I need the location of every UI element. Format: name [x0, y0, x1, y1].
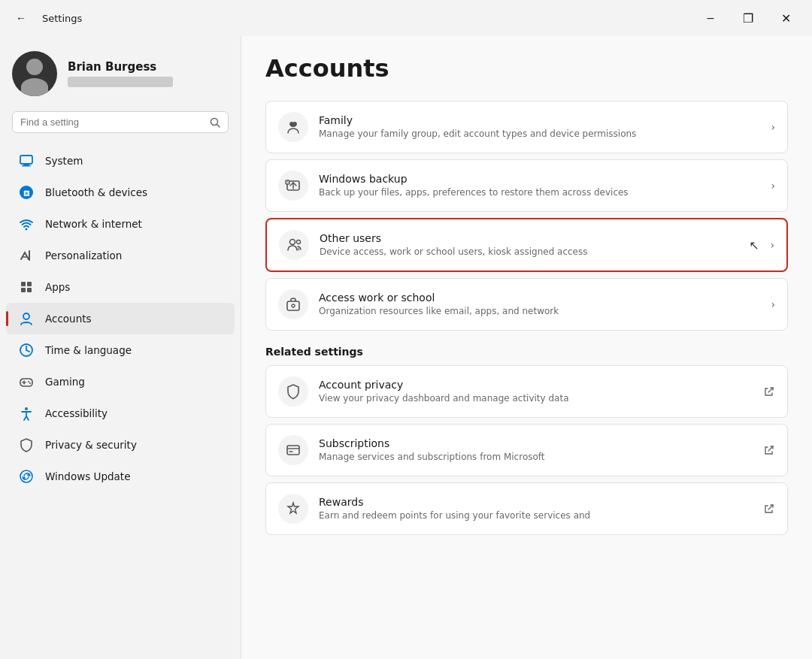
family-icon	[278, 112, 308, 142]
update-icon	[18, 468, 35, 485]
family-title: Family	[319, 114, 765, 126]
svg-rect-3	[23, 164, 29, 165]
other-users-card: + Other users Device access, work or sch…	[265, 218, 788, 272]
svg-rect-4	[22, 165, 31, 167]
svg-point-21	[29, 382, 31, 384]
gaming-icon	[18, 373, 35, 390]
sidebar-item-network[interactable]: Network & internet	[6, 208, 235, 240]
svg-line-26	[26, 416, 29, 420]
sidebar-item-personalization[interactable]: Personalization	[6, 240, 235, 271]
rewards-title: Rewards	[319, 496, 757, 508]
search-input[interactable]	[20, 116, 204, 128]
svg-point-32	[297, 240, 301, 244]
search-box[interactable]	[12, 111, 229, 133]
sidebar-item-gaming[interactable]: Gaming	[6, 366, 235, 398]
subscriptions-icon	[278, 435, 308, 465]
svg-rect-2	[20, 156, 32, 164]
svg-point-31	[290, 240, 295, 245]
maximize-button[interactable]: ❐	[731, 6, 765, 30]
content-area: Accounts Family Manage your family group…	[241, 36, 812, 659]
account-privacy-card: Account privacy View your privacy dashbo…	[265, 365, 788, 418]
work-school-chevron: ›	[771, 298, 775, 310]
sidebar-item-accounts[interactable]: Accounts	[6, 303, 235, 334]
sidebar-item-time[interactable]: Time & language	[6, 334, 235, 366]
personalization-icon	[18, 247, 35, 264]
svg-text:⧈: ⧈	[23, 187, 29, 198]
title-bar-left: ← Settings	[9, 6, 82, 30]
backup-item[interactable]: Windows backup Back up your files, apps,…	[266, 160, 787, 211]
work-school-subtitle: Organization resources like email, apps,…	[319, 305, 765, 318]
other-users-subtitle: Device access, work or school users, kio…	[320, 246, 764, 258]
svg-rect-30	[286, 180, 289, 184]
rewards-card: Rewards Earn and redeem points for using…	[265, 482, 788, 535]
network-icon	[18, 216, 35, 232]
rewards-external	[763, 503, 775, 515]
svg-point-20	[28, 381, 29, 382]
family-text: Family Manage your family group, edit ac…	[319, 114, 765, 141]
accessibility-icon	[18, 405, 35, 422]
system-icon	[18, 153, 35, 169]
sidebar-item-privacy[interactable]: Privacy & security	[6, 429, 235, 461]
svg-point-35	[292, 304, 295, 307]
other-users-title: Other users	[320, 232, 764, 244]
account-privacy-title: Account privacy	[319, 379, 757, 391]
rewards-icon	[278, 494, 308, 524]
other-users-text: Other users Device access, work or schoo…	[320, 232, 764, 258]
subscriptions-text: Subscriptions Manage services and subscr…	[319, 437, 757, 464]
avatar	[12, 51, 57, 96]
accounts-icon	[18, 310, 35, 327]
sidebar-item-label: Apps	[45, 281, 70, 293]
backup-chevron: ›	[771, 180, 775, 192]
svg-rect-11	[21, 288, 26, 292]
backup-card: Windows backup Back up your files, apps,…	[265, 159, 788, 212]
family-item[interactable]: Family Manage your family group, edit ac…	[266, 101, 787, 153]
profile-section[interactable]: Brian Burgess	[0, 42, 241, 111]
bluetooth-icon: ⧈	[18, 184, 35, 201]
backup-subtitle: Back up your files, apps, preferences to…	[319, 186, 765, 199]
sidebar-item-accessibility[interactable]: Accessibility	[6, 398, 235, 429]
svg-line-16	[26, 350, 29, 352]
svg-point-13	[23, 313, 29, 319]
time-icon	[18, 342, 35, 358]
backup-title: Windows backup	[319, 173, 765, 185]
work-school-card: Access work or school Organization resou…	[265, 278, 788, 331]
svg-rect-12	[27, 288, 32, 292]
search-container	[0, 111, 241, 145]
page-title: Accounts	[265, 54, 788, 83]
sidebar-item-label: Network & internet	[45, 218, 142, 230]
svg-point-7	[26, 228, 28, 231]
account-privacy-item[interactable]: Account privacy View your privacy dashbo…	[266, 366, 787, 417]
account-privacy-icon	[278, 376, 308, 407]
work-school-item[interactable]: Access work or school Organization resou…	[266, 279, 787, 330]
sidebar-item-bluetooth[interactable]: ⧈ Bluetooth & devices	[6, 177, 235, 208]
subscriptions-external	[763, 444, 775, 456]
profile-email	[68, 77, 173, 87]
sidebar-item-system[interactable]: System	[6, 145, 235, 177]
rewards-item[interactable]: Rewards Earn and redeem points for using…	[266, 483, 787, 534]
privacy-icon	[18, 437, 35, 453]
profile-info: Brian Burgess	[68, 60, 173, 87]
subscriptions-title: Subscriptions	[319, 437, 757, 449]
work-school-title: Access work or school	[319, 292, 765, 304]
other-users-item[interactable]: + Other users Device access, work or sch…	[267, 219, 786, 271]
other-users-icon: +	[279, 230, 309, 260]
subscriptions-card: Subscriptions Manage services and subscr…	[265, 424, 788, 476]
close-button[interactable]: ✕	[768, 6, 803, 30]
subscriptions-item[interactable]: Subscriptions Manage services and subscr…	[266, 425, 787, 476]
family-chevron: ›	[771, 121, 775, 133]
sidebar-item-label: Windows Update	[45, 470, 130, 482]
sidebar-item-label: Accounts	[45, 313, 92, 325]
sidebar-item-apps[interactable]: Apps	[6, 271, 235, 303]
apps-icon	[18, 279, 35, 295]
app-container: Brian Burgess	[0, 36, 812, 659]
svg-rect-10	[27, 282, 32, 286]
sidebar-item-update[interactable]: Windows Update	[6, 461, 235, 492]
minimize-button[interactable]: –	[693, 6, 728, 30]
sidebar-item-label: Gaming	[45, 376, 85, 388]
sidebar: Brian Burgess	[0, 36, 241, 659]
svg-rect-34	[287, 301, 299, 310]
back-button[interactable]: ←	[9, 6, 33, 30]
svg-rect-9	[21, 282, 26, 286]
sidebar-item-label: System	[45, 155, 83, 167]
profile-name: Brian Burgess	[68, 60, 173, 74]
